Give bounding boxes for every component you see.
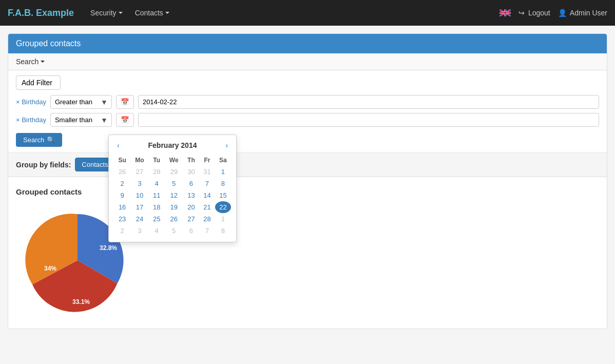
brand-link[interactable]: F.A.B. Example [8,8,74,18]
calendar-day-cell: 5 [165,225,183,237]
calendar-day-cell: 27 [130,166,149,178]
search-dropdown-caret-icon [41,61,45,63]
calendar-day-cell[interactable]: 24 [130,213,149,225]
calendar-day-cell[interactable]: 17 [130,201,149,213]
group-by-label: Group by fields: [16,161,71,169]
calendar-day-cell: 30 [183,166,199,178]
calendar-week-row: 9101112131415 [114,189,231,201]
navbar: F.A.B. Example Security Contacts ↪ Logou… [0,0,615,26]
calendar-grid: SuMoTuWeThFrSa 2627282930311234567891011… [114,155,231,237]
nav-right: ↪ Logout 👤 Admin User [499,9,607,17]
pie-label-friends: 34% [44,265,56,272]
calendar-day-cell[interactable]: 14 [199,189,215,201]
filter-condition-select-1[interactable]: Greater than Smaller than Equal to Not e… [50,95,112,109]
calendar-popup: ‹ February 2014 › SuMoTuWeThFrSa [108,135,237,242]
calendar-day-cell[interactable]: 8 [215,178,231,189]
calendar-day-cell[interactable]: 1 [215,166,231,178]
calendar-day-cell[interactable]: 13 [183,189,199,201]
calendar-day-cell: 26 [114,166,130,178]
admin-user-link[interactable]: 👤 Admin User [558,9,607,17]
filter-row-2: × Birthday Smaller than Greater than Equ… [16,113,599,127]
calendar-day-header: Tu [149,155,165,166]
calendar-week-row: 2324252627281 [114,213,231,225]
calendar-day-cell[interactable]: 11 [149,189,165,201]
calendar-month-year: February 2014 [148,141,197,149]
calendar-day-cell[interactable]: 25 [149,213,165,225]
filter-condition-select-2[interactable]: Smaller than Greater than Equal to Not e… [50,113,112,127]
panel-title: Grouped contacts [16,39,81,48]
calendar-day-cell[interactable]: 3 [130,178,149,189]
calendar-day-cell[interactable]: 19 [165,201,183,213]
calendar-day-cell: 6 [183,225,199,237]
search-bar: Search [8,53,607,70]
chart-section: Grouped contacts [8,177,607,329]
calendar-day-cell[interactable]: 28 [199,213,215,225]
calendar-day-cell: 29 [165,166,183,178]
calendar-day-cell[interactable]: 23 [114,213,130,225]
uk-flag-svg [499,9,511,16]
filter-date-input-1[interactable] [138,95,599,109]
pie-label-work: 33.1% [72,298,90,305]
calendar-day-cell[interactable]: 4 [149,178,165,189]
calendar-day-cell[interactable]: 2 [114,178,130,189]
filter-row-1: × Birthday Greater than Smaller than Equ… [16,95,599,109]
filter-remove-2[interactable]: × Birthday [16,116,46,124]
grouped-contacts-panel: Grouped contacts Search Add Filter × Bir… [8,33,607,329]
contacts-caret-icon [165,12,169,14]
search-button[interactable]: Search 🔍 [16,133,62,147]
calendar-day-header: Th [183,155,199,166]
calendar-week-row: 2345678 [114,225,231,237]
calendar-day-cell[interactable]: 21 [199,201,215,213]
calendar-day-cell[interactable]: 5 [165,178,183,189]
calendar-week-row: 16171819202122 [114,201,231,213]
filter-condition-wrap-1: Greater than Smaller than Equal to Not e… [50,95,112,109]
calendar-day-cell: 8 [215,225,231,237]
filter-date-input-2[interactable] [138,113,599,127]
filter-row-2-wrap: × Birthday Smaller than Greater than Equ… [16,113,599,127]
calendar-day-cell[interactable]: 27 [183,213,199,225]
logout-link[interactable]: ↪ Logout [518,9,550,17]
filter-remove-1[interactable]: × Birthday [16,98,46,106]
user-icon: 👤 [558,9,567,17]
calendar-day-cell[interactable]: 6 [183,178,199,189]
panel-header: Grouped contacts [8,34,607,53]
calendar-header: ‹ February 2014 › [114,140,231,150]
nav-security[interactable]: Security [84,0,129,26]
calendar-week-row: 2627282930311 [114,166,231,178]
calendar-day-header: Su [114,155,130,166]
calendar-day-cell[interactable]: 9 [114,189,130,201]
calendar-day-cell: 3 [130,225,149,237]
calendar-day-cell[interactable]: 20 [183,201,199,213]
nav-contacts[interactable]: Contacts [129,0,176,26]
calendar-day-cell: 7 [199,225,215,237]
calendar-button-1[interactable]: 📅 [116,95,134,109]
calendar-icon-2: 📅 [121,116,129,124]
calendar-day-cell[interactable]: 15 [215,189,231,201]
calendar-day-cell[interactable]: 10 [130,189,149,201]
calendar-prev-button[interactable]: ‹ [114,140,123,150]
calendar-day-cell[interactable]: 18 [149,201,165,213]
calendar-day-cell[interactable]: 7 [199,178,215,189]
calendar-day-header: We [165,155,183,166]
calendar-day-cell[interactable]: 26 [165,213,183,225]
search-dropdown-button[interactable]: Search [16,58,45,66]
calendar-next-button[interactable]: › [222,140,231,150]
calendar-day-header: Fr [199,155,215,166]
calendar-day-header: Sa [215,155,231,166]
calendar-week-row: 2345678 [114,178,231,189]
flag-icon[interactable] [499,9,511,16]
calendar-day-header: Mo [130,155,149,166]
group-by-section: Group by fields: Contacts Group Ge... [8,152,607,177]
add-filter-button[interactable]: Add Filter [16,75,61,90]
calendar-day-cell[interactable]: 22 [215,201,231,213]
filter-condition-wrap-2: Smaller than Greater than Equal to Not e… [50,113,112,127]
calendar-day-cell[interactable]: 12 [165,189,183,201]
main-content: Grouped contacts Search Add Filter × Bir… [0,33,615,329]
calendar-icon-1: 📅 [121,98,129,106]
calendar-day-cell[interactable]: 16 [114,201,130,213]
calendar-day-cell: 28 [149,166,165,178]
filter-section: Add Filter × Birthday Greater than Small… [8,70,607,152]
calendar-day-cell: 31 [199,166,215,178]
search-magnifier-icon: 🔍 [47,136,55,144]
calendar-button-2[interactable]: 📅 [116,113,134,127]
